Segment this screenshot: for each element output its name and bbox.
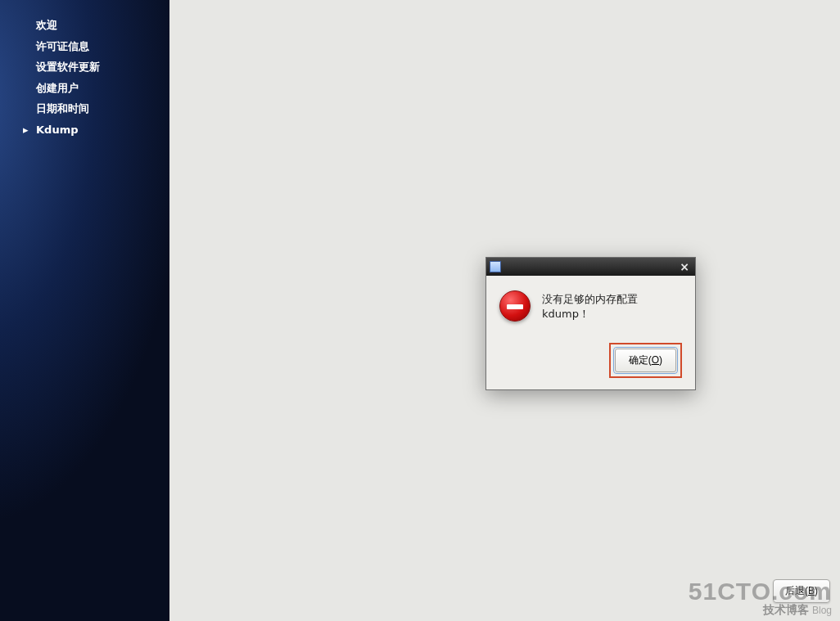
sidebar-item-create-user[interactable]: 创建用户 [0, 78, 169, 99]
back-button-label-tail: ) [815, 585, 818, 596]
ok-button-highlight: 确定(O) [609, 343, 682, 378]
watermark-line2: 技术博客Blog [689, 604, 832, 616]
back-button-label-head: 后退( [785, 585, 808, 596]
error-dialog: × 没有足够的内存配置 kdump！ 确定(O) [485, 257, 696, 390]
sidebar-item-kdump[interactable]: Kdump [0, 119, 169, 141]
dialog-message: 没有足够的内存配置 kdump！ [542, 290, 682, 322]
error-icon [499, 290, 531, 322]
sidebar-item-license[interactable]: 许可证信息 [0, 36, 169, 57]
ok-button-label-tail: ) [659, 354, 662, 366]
dialog-titlebar[interactable]: × [486, 258, 695, 276]
footer-actions: 后退(B) [773, 579, 830, 603]
sidebar-item-welcome[interactable]: 欢迎 [0, 15, 169, 36]
sidebar-item-datetime[interactable]: 日期和时间 [0, 98, 169, 119]
sidebar-list: 欢迎 许可证信息 设置软件更新 创建用户 日期和时间 Kdump [0, 15, 169, 140]
ok-button[interactable]: 确定(O) [615, 349, 676, 372]
back-button[interactable]: 后退(B) [773, 579, 830, 603]
close-icon[interactable]: × [677, 261, 692, 272]
dialog-body: 没有足够的内存配置 kdump！ 确定(O) [486, 276, 695, 389]
sidebar-item-updates[interactable]: 设置软件更新 [0, 56, 169, 78]
ok-button-mnemonic: O [652, 354, 659, 366]
main-pane: × 没有足够的内存配置 kdump！ 确定(O) [169, 0, 840, 621]
sidebar: 欢迎 许可证信息 设置软件更新 创建用户 日期和时间 Kdump [0, 0, 169, 621]
firstboot-screen: 欢迎 许可证信息 设置软件更新 创建用户 日期和时间 Kdump × 没有足够的… [0, 0, 840, 621]
back-button-mnemonic: B [808, 585, 815, 596]
window-icon [490, 261, 501, 272]
ok-button-label-head: 确定( [629, 354, 652, 366]
